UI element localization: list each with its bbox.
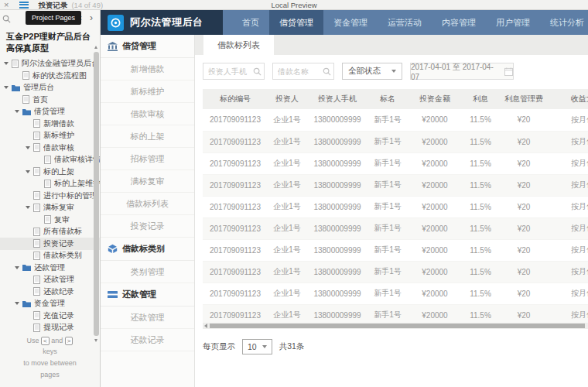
table-cell: ¥20000	[407, 239, 463, 261]
chevron-down-icon[interactable]	[4, 62, 9, 65]
table-cell: 201709091123	[203, 283, 268, 304]
loan-name-filter[interactable]	[272, 63, 334, 80]
nav-item[interactable]: 资金管理	[323, 10, 378, 35]
tree-item[interactable]: 进行中标的管理	[0, 190, 100, 202]
close-icon[interactable]: ×	[4, 0, 9, 10]
scroll-left-icon[interactable]	[204, 324, 207, 328]
investor-phone-input[interactable]	[208, 67, 253, 76]
investor-phone-filter[interactable]	[203, 63, 265, 80]
tree-item[interactable]: 还款管理	[0, 262, 100, 274]
search-icon[interactable]	[253, 67, 262, 76]
chevron-down-icon[interactable]	[15, 110, 19, 113]
tree-item[interactable]: 投资记录	[0, 238, 100, 250]
nav-item[interactable]: 内容管理	[432, 10, 486, 35]
tree-item[interactable]: 还款管理	[0, 274, 100, 286]
tree-item[interactable]: 借款审核	[0, 142, 100, 154]
scroll-down-icon[interactable]	[94, 339, 97, 342]
menu-item[interactable]: 标的上架	[101, 125, 194, 148]
menu-item[interactable]: 新增借款	[101, 58, 194, 80]
page-icon	[33, 204, 40, 212]
tree-item[interactable]: 提现记录	[0, 322, 100, 334]
chevron-down-icon[interactable]	[15, 266, 19, 269]
tree-item-label: 进行中标的管理	[43, 190, 97, 201]
tree-item[interactable]: 借款标类别	[0, 250, 100, 262]
chevron-down-icon[interactable]	[26, 170, 30, 173]
tree-scrollbar[interactable]	[94, 46, 99, 342]
tab-loan-list[interactable]: 借款标列表	[203, 35, 274, 55]
status-select[interactable]: 全部状态	[342, 63, 402, 80]
table-cell: ¥20	[498, 131, 549, 152]
horizontal-scrollbar[interactable]	[203, 323, 588, 329]
tree-item[interactable]: 新增借款	[0, 118, 100, 130]
table-cell: 201709091123	[203, 239, 268, 261]
tree-item[interactable]: 标的状态流程图	[0, 70, 100, 82]
menu-section-header[interactable]: 借款标类别	[101, 238, 194, 261]
tree-item[interactable]: 标的上架维护	[0, 178, 100, 190]
menu-section-header[interactable]: 还款管理	[101, 283, 194, 307]
chevron-down-icon[interactable]	[26, 146, 30, 149]
menu-item[interactable]: 借款审核	[101, 103, 194, 125]
tree-item[interactable]: 首页	[0, 94, 100, 106]
table-cell: ¥20	[498, 283, 549, 304]
table-cell: 按月付息	[549, 304, 588, 323]
tree-item[interactable]: 满标复审	[0, 202, 100, 214]
page-size-label: 每页显示	[203, 341, 235, 352]
local-preview-label: Local Preview	[271, 0, 316, 10]
tree-item-label: 新增借款	[43, 118, 74, 129]
screen: × 投资记录 (14 of 49) Local Preview Project …	[0, 0, 588, 387]
nav-item[interactable]: 首页	[232, 10, 269, 35]
tree-item[interactable]: 借款审核详情	[0, 154, 100, 166]
menu-item[interactable]: 投资记录	[101, 215, 194, 238]
column-header: 标的编号	[203, 89, 268, 109]
menu-section-header[interactable]: 借贷管理	[101, 35, 194, 58]
search-icon[interactable]	[323, 67, 331, 76]
page-size-select[interactable]: 10	[242, 339, 272, 354]
tree-item-label: 还款管理	[34, 262, 65, 273]
table-cell: 新手1号	[368, 131, 407, 152]
menu-item[interactable]: 借款标列表	[101, 193, 194, 215]
scroll-up-icon[interactable]	[94, 46, 97, 49]
nav-item[interactable]: 借贷管理	[269, 10, 323, 35]
tree-item[interactable]: 资金管理	[0, 298, 100, 310]
loan-name-input[interactable]	[278, 67, 323, 76]
date-range-picker[interactable]: 2017-04-01 至 2017-04-07	[410, 63, 514, 80]
project-title: 互金P2P理财产品后台高保真原型	[0, 26, 100, 58]
tree-item[interactable]: 阿尔法金融管理员后台	[0, 58, 100, 70]
menu-item[interactable]: 类别管理	[101, 261, 194, 283]
nav-item[interactable]: 运营活动	[378, 10, 432, 35]
chevron-down-icon[interactable]	[4, 86, 9, 89]
menu-item[interactable]: 招标管理	[101, 148, 194, 170]
tree-item[interactable]: 新标维护	[0, 130, 100, 142]
table-cell: 13800009999	[306, 304, 368, 323]
tree-item[interactable]: 所有借款标	[0, 226, 100, 238]
project-pages-tooltip: Project Pages	[26, 11, 81, 25]
menu-item[interactable]: 满标复审	[101, 170, 194, 193]
tree-item[interactable]: 充值记录	[0, 310, 100, 322]
tree-item-label: 满标复审	[43, 202, 74, 213]
tree-item-label: 首页	[32, 94, 48, 105]
menu-item[interactable]: 新标维护	[101, 80, 194, 103]
nav-item[interactable]: 用户管理	[486, 10, 540, 35]
next-page-icon[interactable]: ›	[90, 12, 93, 23]
page-icon	[22, 71, 29, 80]
tree-item[interactable]: 借贷管理	[0, 106, 100, 118]
search-icon[interactable]	[2, 15, 11, 23]
menu-item[interactable]: 还款记录	[101, 329, 194, 351]
chevron-down-icon[interactable]	[26, 206, 30, 209]
scrollbar-thumb[interactable]	[210, 324, 585, 328]
table-cell: 201709091123	[203, 109, 268, 131]
tree-item[interactable]: 管理后台	[0, 82, 100, 94]
menu-item[interactable]: 还款管理	[101, 307, 194, 329]
tree-item[interactable]: 复审	[0, 214, 100, 226]
menu-icon[interactable]	[19, 0, 29, 9]
table-cell: 企业1号	[268, 217, 306, 239]
page-icon	[33, 252, 40, 260]
nav-item[interactable]: 统计分析	[540, 10, 588, 35]
tree-item[interactable]: 标的上架	[0, 166, 100, 178]
table-cell: 11.5%	[463, 283, 498, 304]
table-cell: 企业1号	[268, 131, 306, 152]
tree-item[interactable]: 还款纪录	[0, 286, 100, 298]
chevron-down-icon[interactable]	[15, 302, 19, 305]
page-icon	[33, 119, 40, 128]
scrollbar-thumb[interactable]	[94, 52, 99, 336]
